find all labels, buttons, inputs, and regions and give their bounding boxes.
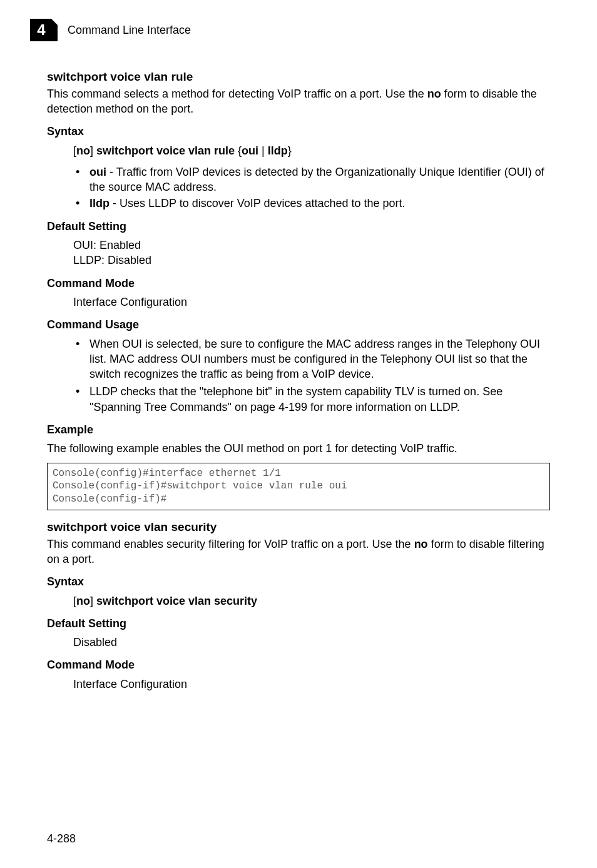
- mode-value: Interface Configuration: [47, 677, 550, 692]
- header-title: Command Line Interface: [68, 24, 191, 37]
- syntax-heading: Syntax: [47, 574, 550, 589]
- example-intro: The following example enables the OUI me…: [47, 441, 550, 456]
- code-block: Console(config)#interface ethernet 1/1 C…: [47, 463, 550, 510]
- syntax-line: [no] switchport voice vlan security: [47, 593, 550, 608]
- syntax-bullet: lldp - Uses LLDP to discover VoIP device…: [73, 196, 550, 211]
- usage-heading: Command Usage: [47, 317, 550, 332]
- default-heading: Default Setting: [47, 219, 550, 234]
- syntax-heading: Syntax: [47, 124, 550, 139]
- syntax-bullets: oui - Traffic from VoIP devices is detec…: [47, 164, 550, 211]
- page-content: switchport voice vlan rule This command …: [0, 48, 597, 692]
- default-value: Disabled: [47, 635, 550, 650]
- mode-heading: Command Mode: [47, 276, 550, 291]
- default-value: LLDP: Disabled: [47, 253, 550, 268]
- mode-value: Interface Configuration: [47, 295, 550, 310]
- mode-heading: Command Mode: [47, 657, 550, 672]
- page-number: 4-288: [47, 832, 76, 845]
- default-value: OUI: Enabled: [47, 238, 550, 253]
- chapter-number: 4: [37, 21, 46, 38]
- usage-bullets: When OUI is selected, be sure to configu…: [47, 336, 550, 415]
- syntax-line: [no] switchport voice vlan rule {oui | l…: [47, 143, 550, 158]
- section-intro: This command selects a method for detect…: [47, 86, 550, 117]
- example-heading: Example: [47, 422, 550, 437]
- syntax-bullet: oui - Traffic from VoIP devices is detec…: [73, 164, 550, 195]
- section-title-security: switchport voice vlan security: [47, 519, 550, 535]
- usage-bullet: LLDP checks that the "telephone bit" in …: [73, 384, 550, 415]
- default-heading: Default Setting: [47, 616, 550, 631]
- section-intro: This command enables security filtering …: [47, 537, 550, 567]
- usage-bullet: When OUI is selected, be sure to configu…: [73, 336, 550, 382]
- page-header: 4 Command Line Interface: [0, 0, 597, 48]
- chapter-tab-icon: 4: [30, 19, 58, 41]
- section-title-rule: switchport voice vlan rule: [47, 69, 550, 85]
